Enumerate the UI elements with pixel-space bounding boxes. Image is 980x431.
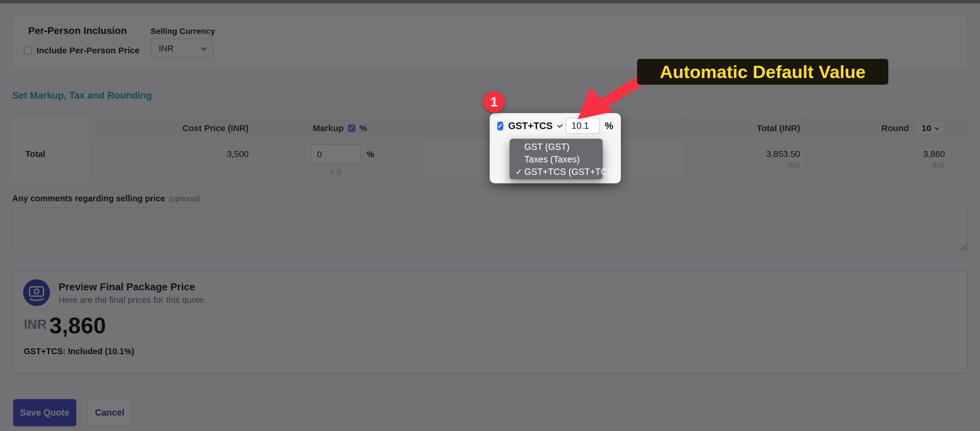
tax-unit: % [605,120,613,131]
menu-item-gst[interactable]: GST (GST) [510,141,603,153]
tax-type-dropdown-menu: GST (GST) Taxes (Taxes) ✓ GST+TCS (GST+T… [509,138,603,180]
quote-pricing-screen: Per-Person Inclusion Include Per-Person … [0,0,980,431]
tax-rate-input[interactable] [566,118,600,134]
menu-item-gst-tcs[interactable]: ✓ GST+TCS (GST+TCS) [510,165,603,178]
check-icon: ✓ [497,122,503,130]
chevron-down-icon[interactable] [557,122,563,127]
tax-control-row: ✓ GST+TCS % [490,113,621,138]
callout-automatic-default-value: Automatic Default Value [637,59,888,85]
selected-check-icon: ✓ [515,165,522,178]
tax-type-select-value[interactable]: GST+TCS [508,120,553,131]
menu-item-gst-tcs-label: GST+TCS (GST+TCS) [524,167,616,177]
step-1-badge: 1 [483,91,505,113]
tax-enabled-checkbox[interactable]: ✓ [497,121,503,130]
menu-item-taxes[interactable]: Taxes (Taxes) [510,153,603,165]
